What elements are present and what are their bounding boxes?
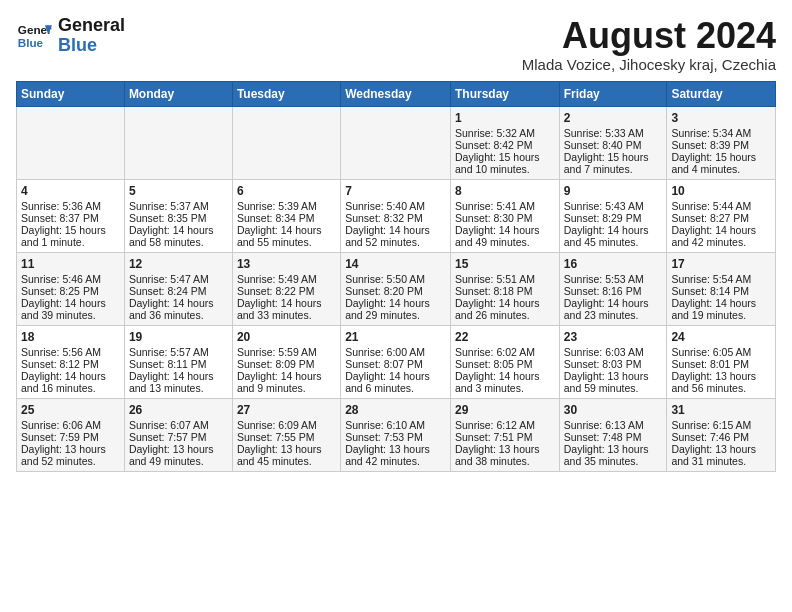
cell-content: Daylight: 14 hours and 9 minutes.: [237, 370, 336, 394]
day-number: 5: [129, 184, 228, 198]
calendar-week-row: 1Sunrise: 5:32 AMSunset: 8:42 PMDaylight…: [17, 106, 776, 179]
calendar-cell: 17Sunrise: 5:54 AMSunset: 8:14 PMDayligh…: [667, 252, 776, 325]
day-number: 12: [129, 257, 228, 271]
cell-content: Sunset: 8:11 PM: [129, 358, 228, 370]
calendar-cell: 8Sunrise: 5:41 AMSunset: 8:30 PMDaylight…: [450, 179, 559, 252]
day-number: 24: [671, 330, 771, 344]
cell-content: Sunrise: 6:03 AM: [564, 346, 663, 358]
cell-content: Sunset: 8:27 PM: [671, 212, 771, 224]
cell-content: Sunset: 8:20 PM: [345, 285, 446, 297]
cell-content: Sunset: 8:07 PM: [345, 358, 446, 370]
calendar-cell: 3Sunrise: 5:34 AMSunset: 8:39 PMDaylight…: [667, 106, 776, 179]
calendar-cell: 27Sunrise: 6:09 AMSunset: 7:55 PMDayligh…: [232, 398, 340, 471]
day-header-sunday: Sunday: [17, 81, 125, 106]
day-number: 7: [345, 184, 446, 198]
cell-content: Daylight: 14 hours and 42 minutes.: [671, 224, 771, 248]
calendar-cell: 29Sunrise: 6:12 AMSunset: 7:51 PMDayligh…: [450, 398, 559, 471]
cell-content: Sunrise: 5:44 AM: [671, 200, 771, 212]
day-number: 23: [564, 330, 663, 344]
calendar-cell: 5Sunrise: 5:37 AMSunset: 8:35 PMDaylight…: [124, 179, 232, 252]
cell-content: Sunrise: 5:57 AM: [129, 346, 228, 358]
cell-content: Sunset: 8:42 PM: [455, 139, 555, 151]
day-header-monday: Monday: [124, 81, 232, 106]
day-number: 17: [671, 257, 771, 271]
calendar-cell: [17, 106, 125, 179]
cell-content: Daylight: 14 hours and 55 minutes.: [237, 224, 336, 248]
cell-content: Daylight: 14 hours and 49 minutes.: [455, 224, 555, 248]
calendar-cell: 21Sunrise: 6:00 AMSunset: 8:07 PMDayligh…: [341, 325, 451, 398]
day-number: 16: [564, 257, 663, 271]
day-number: 18: [21, 330, 120, 344]
cell-content: Sunrise: 5:53 AM: [564, 273, 663, 285]
cell-content: Sunset: 8:40 PM: [564, 139, 663, 151]
cell-content: Daylight: 14 hours and 16 minutes.: [21, 370, 120, 394]
calendar-cell: [232, 106, 340, 179]
day-header-tuesday: Tuesday: [232, 81, 340, 106]
calendar-cell: 10Sunrise: 5:44 AMSunset: 8:27 PMDayligh…: [667, 179, 776, 252]
calendar-cell: 15Sunrise: 5:51 AMSunset: 8:18 PMDayligh…: [450, 252, 559, 325]
cell-content: Sunset: 7:53 PM: [345, 431, 446, 443]
cell-content: Sunrise: 5:54 AM: [671, 273, 771, 285]
cell-content: Sunrise: 5:56 AM: [21, 346, 120, 358]
cell-content: Sunset: 8:09 PM: [237, 358, 336, 370]
cell-content: Daylight: 14 hours and 3 minutes.: [455, 370, 555, 394]
cell-content: Sunset: 8:05 PM: [455, 358, 555, 370]
calendar-cell: [124, 106, 232, 179]
calendar-cell: 12Sunrise: 5:47 AMSunset: 8:24 PMDayligh…: [124, 252, 232, 325]
calendar-week-row: 25Sunrise: 6:06 AMSunset: 7:59 PMDayligh…: [17, 398, 776, 471]
day-header-friday: Friday: [559, 81, 667, 106]
calendar-cell: [341, 106, 451, 179]
page-header: General Blue General Blue August 2024 Ml…: [16, 16, 776, 73]
cell-content: Sunrise: 5:39 AM: [237, 200, 336, 212]
cell-content: Sunrise: 6:09 AM: [237, 419, 336, 431]
day-number: 13: [237, 257, 336, 271]
subtitle: Mlada Vozice, Jihocesky kraj, Czechia: [522, 56, 776, 73]
cell-content: Daylight: 14 hours and 13 minutes.: [129, 370, 228, 394]
cell-content: Sunrise: 5:40 AM: [345, 200, 446, 212]
calendar-cell: 19Sunrise: 5:57 AMSunset: 8:11 PMDayligh…: [124, 325, 232, 398]
day-number: 6: [237, 184, 336, 198]
cell-content: Daylight: 14 hours and 23 minutes.: [564, 297, 663, 321]
cell-content: Sunrise: 5:41 AM: [455, 200, 555, 212]
cell-content: Sunset: 8:14 PM: [671, 285, 771, 297]
cell-content: Sunset: 8:01 PM: [671, 358, 771, 370]
cell-content: Sunrise: 5:32 AM: [455, 127, 555, 139]
calendar-cell: 20Sunrise: 5:59 AMSunset: 8:09 PMDayligh…: [232, 325, 340, 398]
day-number: 29: [455, 403, 555, 417]
cell-content: Daylight: 14 hours and 52 minutes.: [345, 224, 446, 248]
cell-content: Sunset: 8:30 PM: [455, 212, 555, 224]
svg-text:Blue: Blue: [18, 36, 44, 49]
cell-content: Sunset: 8:35 PM: [129, 212, 228, 224]
cell-content: Sunset: 7:46 PM: [671, 431, 771, 443]
day-number: 25: [21, 403, 120, 417]
calendar-week-row: 11Sunrise: 5:46 AMSunset: 8:25 PMDayligh…: [17, 252, 776, 325]
cell-content: Sunset: 7:55 PM: [237, 431, 336, 443]
cell-content: Daylight: 14 hours and 45 minutes.: [564, 224, 663, 248]
cell-content: Sunrise: 5:37 AM: [129, 200, 228, 212]
calendar-week-row: 4Sunrise: 5:36 AMSunset: 8:37 PMDaylight…: [17, 179, 776, 252]
cell-content: Sunset: 7:51 PM: [455, 431, 555, 443]
cell-content: Sunrise: 6:13 AM: [564, 419, 663, 431]
cell-content: Daylight: 15 hours and 4 minutes.: [671, 151, 771, 175]
logo-icon: General Blue: [16, 18, 52, 54]
cell-content: Daylight: 13 hours and 31 minutes.: [671, 443, 771, 467]
cell-content: Sunset: 8:32 PM: [345, 212, 446, 224]
cell-content: Sunrise: 6:06 AM: [21, 419, 120, 431]
cell-content: Daylight: 13 hours and 52 minutes.: [21, 443, 120, 467]
cell-content: Daylight: 15 hours and 7 minutes.: [564, 151, 663, 175]
cell-content: Sunrise: 5:34 AM: [671, 127, 771, 139]
cell-content: Daylight: 14 hours and 33 minutes.: [237, 297, 336, 321]
cell-content: Sunset: 8:29 PM: [564, 212, 663, 224]
logo: General Blue General Blue: [16, 16, 125, 56]
calendar-header-row: SundayMondayTuesdayWednesdayThursdayFrid…: [17, 81, 776, 106]
cell-content: Sunset: 8:03 PM: [564, 358, 663, 370]
cell-content: Sunrise: 6:00 AM: [345, 346, 446, 358]
cell-content: Daylight: 13 hours and 59 minutes.: [564, 370, 663, 394]
calendar-cell: 2Sunrise: 5:33 AMSunset: 8:40 PMDaylight…: [559, 106, 667, 179]
logo-text: General Blue: [58, 16, 125, 56]
cell-content: Sunrise: 5:46 AM: [21, 273, 120, 285]
calendar-table: SundayMondayTuesdayWednesdayThursdayFrid…: [16, 81, 776, 472]
cell-content: Sunset: 8:39 PM: [671, 139, 771, 151]
cell-content: Sunrise: 6:10 AM: [345, 419, 446, 431]
cell-content: Daylight: 14 hours and 36 minutes.: [129, 297, 228, 321]
